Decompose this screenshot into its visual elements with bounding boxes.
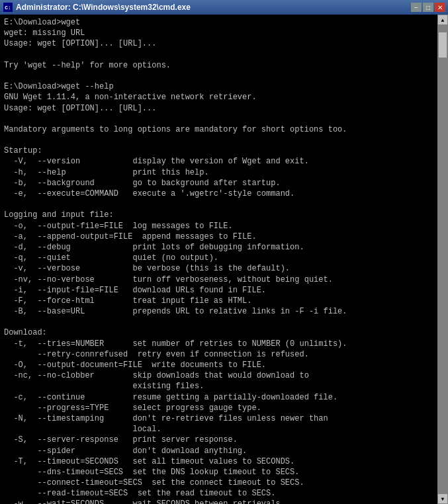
terminal-output[interactable]: E:\Download>wget wget: missing URL Usage… — [0, 15, 437, 504]
cmd-icon: C: — [3, 2, 13, 13]
titlebar-left: C: Administrator: C:\Windows\system32\cm… — [3, 2, 191, 13]
scrollbar-thumb[interactable] — [438, 32, 447, 58]
titlebar-controls: − □ ✕ — [411, 3, 445, 12]
scroll-down-arrow[interactable]: ▼ — [437, 493, 448, 504]
terminal: E:\Download>wget wget: missing URL Usage… — [0, 15, 448, 504]
scrollbar-track[interactable] — [437, 25, 448, 493]
titlebar-title: Administrator: C:\Windows\system32\cmd.e… — [16, 3, 191, 12]
scrollbar[interactable]: ▲ ▼ — [437, 15, 448, 504]
maximize-button[interactable]: □ — [423, 3, 433, 12]
scroll-up-arrow[interactable]: ▲ — [437, 15, 448, 25]
titlebar: C: Administrator: C:\Windows\system32\cm… — [0, 0, 448, 15]
close-button[interactable]: ✕ — [435, 3, 445, 12]
minimize-button[interactable]: − — [411, 3, 422, 12]
